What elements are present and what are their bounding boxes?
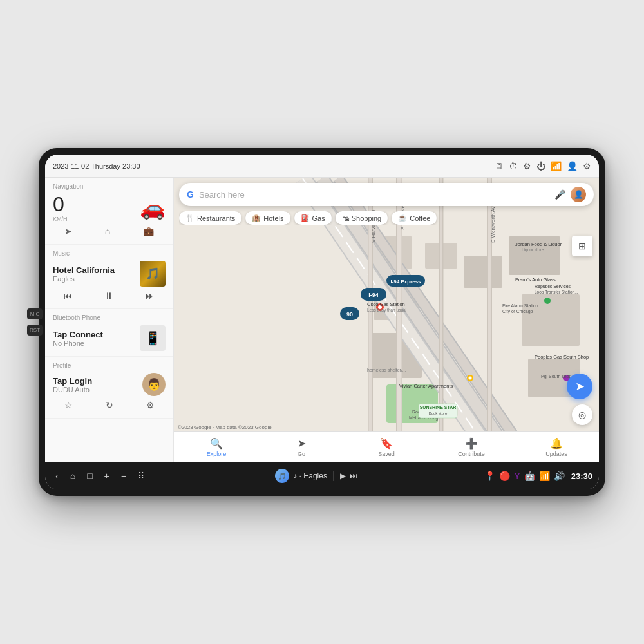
profile-actions: ☆ ↻ ⚙ — [53, 396, 166, 413]
updates-icon: 🔔 — [550, 437, 563, 450]
restaurants-label: Restaurants — [197, 214, 235, 222]
mic-search-icon[interactable]: 🎤 — [554, 189, 565, 200]
location-status-icon: 📍 — [484, 471, 495, 481]
user-avatar[interactable]: 👤 — [571, 187, 586, 202]
taskbar-next-button[interactable]: ⏭ — [350, 471, 357, 480]
taskbar-status: 📍 🔴 Y 🤖 📶 🔊 23:30 — [484, 471, 592, 481]
saved-icon: 🔖 — [380, 437, 393, 450]
sidebar: Navigation 0 KM/H 🚗 ➤ ⌂ 💼 — [45, 178, 174, 462]
coffee-filter[interactable]: ☕ Coffee — [392, 211, 437, 225]
favorite-button[interactable]: ☆ — [64, 400, 73, 410]
bluetooth-info: Tap Connect No Phone — [53, 330, 103, 347]
map-search-bar[interactable]: G Search here 🎤 👤 — [179, 183, 594, 206]
window-button[interactable]: □ — [83, 468, 96, 484]
settings-button[interactable]: ⚙ — [146, 400, 155, 410]
profile-section: Profile Tap Login DUDU Auto 👨 ☆ ↻ ⚙ — [45, 357, 173, 419]
device: MIC RST 2023-11-02 Thursday 23:30 🖥 ⏱ ⚙ … — [39, 148, 605, 496]
taskbar-play-button[interactable]: ▶ — [340, 471, 346, 480]
bluetooth-title: Tap Connect — [53, 330, 103, 339]
layers-button[interactable]: ⊞ — [572, 236, 592, 256]
music-section: Music Hotel California Eagles 🎵 ⏮ ⏸ ⏭ — [45, 245, 173, 309]
bluetooth-label: Bluetooth Phone — [53, 314, 166, 321]
work-button[interactable]: 💼 — [143, 226, 154, 236]
gas-label: Gas — [312, 214, 325, 222]
search-placeholder: Search here — [199, 190, 554, 200]
minus-button[interactable]: − — [117, 468, 130, 484]
navigate-button[interactable]: ➤ — [567, 374, 592, 399]
map-bottom-nav: 🔍 Explore ➤ Go 🔖 Saved ➕ Contribute — [174, 431, 599, 462]
bluetooth-subtitle: No Phone — [53, 339, 103, 347]
shopping-filter[interactable]: 🛍 Shopping — [336, 211, 388, 225]
wifi-icon: 📶 — [551, 161, 562, 171]
shopping-icon: 🛍 — [342, 214, 349, 222]
timer-icon: ⏱ — [509, 161, 518, 171]
restaurants-filter[interactable]: 🍴 Restaurants — [179, 211, 242, 225]
contribute-icon: ➕ — [465, 437, 478, 450]
contribute-nav[interactable]: ➕ Contribute — [429, 437, 514, 457]
taskbar-time: 23:30 — [571, 471, 592, 481]
profile-subtitle: DUDU Auto — [53, 386, 92, 393]
status-icons: 🖥 ⏱ ⚙ ⏻ 📶 👤 ⚙ — [495, 161, 591, 171]
navigation-section: Navigation 0 KM/H 🚗 ➤ ⌂ 💼 — [45, 178, 173, 245]
restaurants-icon: 🍴 — [185, 214, 194, 222]
navigate-button[interactable]: ➤ — [64, 226, 72, 236]
display-icon: 🖥 — [495, 161, 504, 171]
updates-nav[interactable]: 🔔 Updates — [514, 437, 599, 457]
gas-filter[interactable]: ⛽ Gas — [294, 211, 332, 225]
shopping-label: Shopping — [352, 214, 382, 222]
music-title: Hotel California — [53, 265, 115, 275]
volume-status-icon: 🔊 — [554, 471, 565, 481]
google-logo: G — [187, 189, 194, 200]
svg-text:Citgo Gas Station: Citgo Gas Station — [367, 301, 405, 307]
auto-status-icon: 🤖 — [524, 471, 535, 481]
location-button[interactable]: ◎ — [572, 404, 592, 425]
contribute-label: Contribute — [458, 451, 485, 457]
navigation-content: 0 KM/H 🚗 — [53, 194, 166, 222]
svg-text:Fire Alarm Station: Fire Alarm Station — [502, 303, 538, 308]
home-button[interactable]: ⌂ — [66, 468, 79, 484]
rst-button[interactable]: RST — [27, 325, 43, 336]
speed-display: 0 KM/H — [53, 194, 68, 222]
search-actions: 🎤 👤 — [554, 187, 586, 202]
music-info: Hotel California Eagles — [53, 265, 115, 283]
map-area[interactable]: 90 I-94 I-94 Express S Yale Ave S Wentwo… — [174, 178, 599, 462]
home-button[interactable]: ⌂ — [105, 226, 110, 236]
back-button[interactable]: ‹ — [52, 468, 62, 484]
refresh-button[interactable]: ↻ — [106, 400, 113, 410]
go-nav[interactable]: ➤ Go — [259, 437, 344, 457]
svg-text:I-94 Express: I-94 Express — [390, 279, 421, 285]
prev-button[interactable]: ⏮ — [64, 290, 73, 301]
svg-text:City of Chicago: City of Chicago — [502, 309, 533, 314]
next-button[interactable]: ⏭ — [146, 290, 155, 301]
grid-button[interactable]: ⠿ — [134, 468, 148, 484]
gas-icon: ⛽ — [301, 214, 310, 222]
taskbar-avatar: 🎵 — [275, 469, 289, 483]
navigation-label: Navigation — [53, 183, 166, 190]
hotels-filter[interactable]: 🏨 Hotels — [245, 211, 290, 225]
power-icon: ⏻ — [536, 161, 545, 171]
music-label: Music — [53, 250, 166, 257]
explore-label: Explore — [207, 451, 227, 457]
svg-text:Less busy than usual: Less busy than usual — [367, 308, 407, 313]
svg-text:Republic Services: Republic Services — [535, 284, 571, 289]
explore-nav[interactable]: 🔍 Explore — [174, 437, 259, 457]
coffee-label: Coffee — [410, 214, 430, 222]
svg-text:Frank's Auto Glass: Frank's Auto Glass — [515, 277, 556, 283]
add-button[interactable]: + — [100, 468, 113, 484]
svg-text:Jordan Food & Liquor: Jordan Food & Liquor — [515, 242, 562, 247]
svg-rect-7 — [464, 256, 502, 288]
car-icon: 🚗 — [140, 196, 166, 220]
pause-button[interactable]: ⏸ — [104, 290, 113, 301]
bluetooth-section: Bluetooth Phone Tap Connect No Phone 📱 — [45, 309, 173, 357]
wifi-status-icon: 📶 — [539, 471, 550, 481]
map-copyright: ©2023 Google · Map data ©2023 Google — [178, 424, 272, 430]
map-filters: 🍴 Restaurants 🏨 Hotels ⛽ Gas 🛍 Shopping — [179, 211, 594, 225]
phone-icon: 📱 — [140, 325, 166, 351]
speed-value: 0 — [53, 194, 68, 214]
svg-text:90: 90 — [346, 311, 353, 317]
saved-nav[interactable]: 🔖 Saved — [344, 437, 429, 457]
mic-button[interactable]: MIC — [27, 308, 43, 319]
svg-text:Pgl South shop: Pgl South shop — [541, 374, 572, 379]
fire-status-icon: 🔴 — [499, 471, 510, 481]
taskbar-track: ♪ · Eagles — [293, 471, 327, 480]
